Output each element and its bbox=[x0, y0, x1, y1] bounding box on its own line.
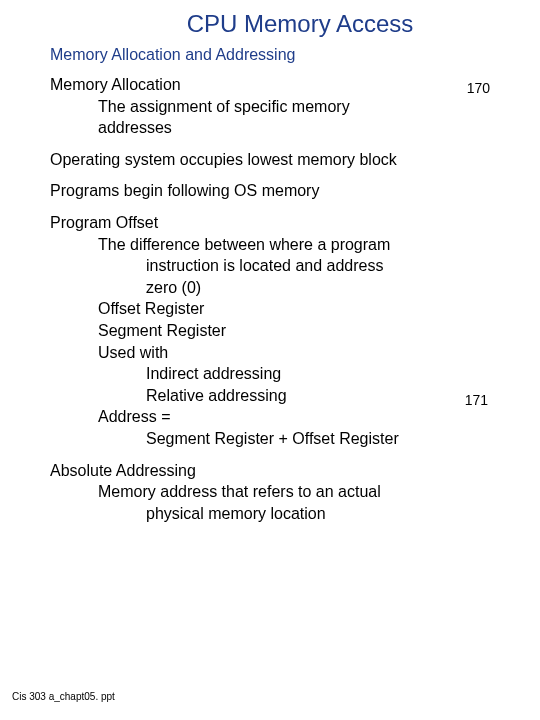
text-line: zero (0) bbox=[146, 277, 520, 299]
section-memory-allocation: Memory Allocation The assignment of spec… bbox=[50, 74, 520, 139]
text-line: Indirect addressing bbox=[146, 363, 520, 385]
section-absolute-addressing: Absolute Addressing Memory address that … bbox=[50, 460, 520, 525]
text-line: physical memory location bbox=[146, 503, 520, 525]
heading-absolute-addressing: Absolute Addressing bbox=[50, 460, 520, 482]
text-line: Used with bbox=[98, 342, 520, 364]
text-line: Segment Register bbox=[98, 320, 520, 342]
content-area: Memory Allocation The assignment of spec… bbox=[50, 74, 520, 524]
section-program-offset: Program Offset The difference between wh… bbox=[50, 212, 520, 450]
heading-program-offset: Program Offset bbox=[50, 212, 520, 234]
text-line: The assignment of specific memory bbox=[98, 96, 520, 118]
text-line: Segment Register + Offset Register bbox=[146, 428, 520, 450]
slide-title: CPU Memory Access bbox=[0, 10, 540, 38]
text-line-programs: Programs begin following OS memory bbox=[50, 180, 520, 202]
text-line: Memory address that refers to an actual bbox=[98, 481, 520, 503]
text-line: instruction is located and address bbox=[146, 255, 520, 277]
text-line: Address = bbox=[98, 406, 520, 428]
text-line: Offset Register bbox=[98, 298, 520, 320]
page-number-2: 171 bbox=[465, 392, 488, 408]
text-line: The difference between where a program bbox=[98, 234, 520, 256]
slide: CPU Memory Access Memory Allocation and … bbox=[0, 0, 540, 720]
slide-subtitle: Memory Allocation and Addressing bbox=[50, 46, 540, 64]
footer-filename: Cis 303 a_chapt05. ppt bbox=[12, 691, 115, 702]
page-number-1: 170 bbox=[467, 80, 490, 96]
text-line-os: Operating system occupies lowest memory … bbox=[50, 149, 520, 171]
heading-memory-allocation: Memory Allocation bbox=[50, 74, 520, 96]
text-line: addresses bbox=[98, 117, 520, 139]
